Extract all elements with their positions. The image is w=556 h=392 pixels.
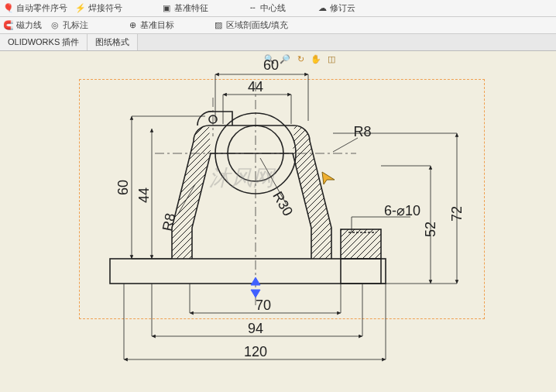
auto-part-number-tool[interactable]: 🎈 自动零件序号 xyxy=(3,2,67,14)
svg-line-36 xyxy=(333,138,358,152)
drawing-canvas[interactable]: 🔍 🔎 ↻ ✋ ◫ xyxy=(0,51,556,392)
weld-icon: ⚡ xyxy=(75,3,86,14)
tab-row: OLIDWORKS 插件 图纸格式 xyxy=(0,34,556,51)
dim-left44: 44 xyxy=(136,187,152,203)
toolbar-row-2: 🧲 磁力线 ◎ 孔标注 ⊕ 基准目标 ▨ 区域剖面线/填充 xyxy=(0,17,556,34)
tool-label: 修订云 xyxy=(330,2,355,14)
dim-R30: R30 xyxy=(269,189,296,219)
toolbar-row-1: 🎈 自动零件序号 ⚡ 焊接符号 ▣ 基准特征 ╌ 中心线 ☁ 修订云 xyxy=(0,0,556,17)
drawing-svg: 60 44 60 44 R8 R8 R30 72 52 6-⌀10 70 94 … xyxy=(0,51,556,392)
centerline-tool[interactable]: ╌ 中心线 xyxy=(247,2,286,14)
revision-cloud-tool[interactable]: ☁ 修订云 xyxy=(317,2,355,14)
svg-rect-7 xyxy=(341,229,381,259)
datum-feature-tool[interactable]: ▣ 基准特征 xyxy=(161,2,208,14)
area-hatch-tool[interactable]: ▨ 区域剖面线/填充 xyxy=(213,19,288,31)
tab-label: 图纸格式 xyxy=(95,37,129,46)
hatch-icon: ▨ xyxy=(213,20,224,31)
dim-top44: 44 xyxy=(248,79,263,95)
dim-bot70: 70 xyxy=(256,297,271,313)
tab-solidworks-plugin[interactable]: OLIDWORKS 插件 xyxy=(0,34,88,50)
cursor-icon xyxy=(322,172,335,184)
target-icon: ⊕ xyxy=(127,20,138,31)
tab-sheet-format[interactable]: 图纸格式 xyxy=(88,34,138,50)
tool-label: 焊接符号 xyxy=(88,2,122,14)
magnet-icon: 🧲 xyxy=(3,20,14,31)
dim-right72: 72 xyxy=(449,206,465,222)
hole-icon: ◎ xyxy=(50,20,60,31)
magnetic-line-tool[interactable]: 🧲 磁力线 xyxy=(3,19,42,31)
dim-rightR8: R8 xyxy=(353,124,371,139)
datum-icon: ▣ xyxy=(161,3,172,14)
tool-label: 孔标注 xyxy=(63,19,88,31)
dim-right52: 52 xyxy=(423,222,438,237)
svg-rect-5 xyxy=(341,259,381,284)
weld-symbol-tool[interactable]: ⚡ 焊接符号 xyxy=(75,2,122,14)
dim-top60: 60 xyxy=(263,57,279,73)
centerline-icon: ╌ xyxy=(247,3,258,14)
svg-rect-0 xyxy=(110,259,386,284)
tool-label: 磁力线 xyxy=(16,19,42,31)
dim-left60: 60 xyxy=(115,180,131,195)
dim-bot120: 120 xyxy=(244,344,267,359)
tool-label: 中心线 xyxy=(260,2,286,14)
tool-label: 区域剖面线/填充 xyxy=(226,19,288,31)
tool-label: 自动零件序号 xyxy=(16,2,67,14)
tab-label: OLIDWORKS 插件 xyxy=(8,37,79,46)
balloon-icon: 🎈 xyxy=(3,3,14,14)
cloud-icon: ☁ xyxy=(317,3,328,14)
datum-target-tool[interactable]: ⊕ 基准目标 xyxy=(127,19,174,31)
dim-hole-note: 6-⌀10 xyxy=(384,203,420,218)
tool-label: 基准特征 xyxy=(174,2,208,14)
tool-label: 基准目标 xyxy=(140,19,174,31)
dim-bot94: 94 xyxy=(248,321,263,336)
hole-callout-tool[interactable]: ◎ 孔标注 xyxy=(50,19,88,31)
